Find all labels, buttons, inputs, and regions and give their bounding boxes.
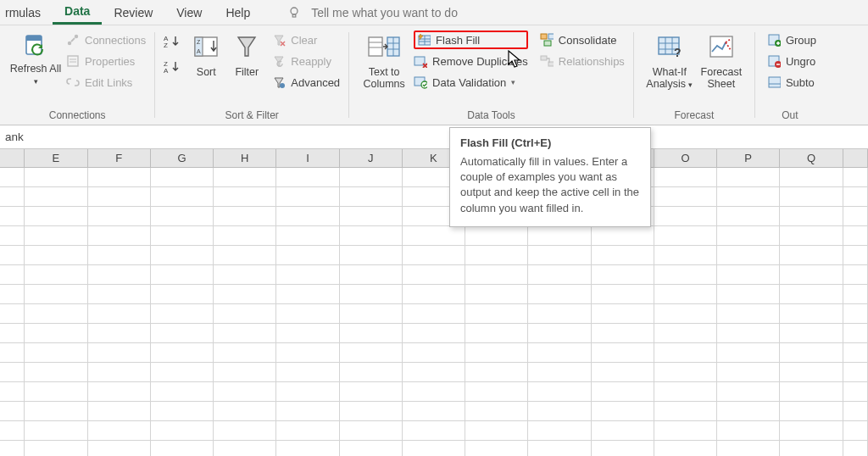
spreadsheet-grid[interactable]	[0, 168, 868, 456]
cell[interactable]	[25, 207, 87, 226]
cell[interactable]	[528, 285, 591, 304]
cell[interactable]	[717, 285, 780, 304]
cell[interactable]	[528, 324, 591, 343]
cell[interactable]	[340, 187, 403, 207]
cell[interactable]	[843, 304, 868, 324]
cell[interactable]	[25, 421, 87, 441]
cell[interactable]	[0, 246, 25, 265]
col-header[interactable]: O	[654, 149, 717, 167]
cell[interactable]	[592, 363, 654, 382]
cell[interactable]	[0, 421, 25, 441]
col-header[interactable]: F	[88, 149, 151, 167]
cell[interactable]	[340, 382, 403, 402]
flash-fill-button[interactable]: Flash Fill	[414, 31, 528, 49]
table-row[interactable]	[0, 246, 868, 265]
cell[interactable]	[276, 168, 339, 187]
cell[interactable]	[465, 343, 528, 363]
cell[interactable]	[214, 324, 276, 343]
table-row[interactable]	[0, 285, 868, 304]
cell[interactable]	[465, 363, 528, 382]
cell[interactable]	[88, 441, 151, 456]
cell[interactable]	[528, 363, 591, 382]
cell[interactable]	[276, 207, 339, 226]
cell[interactable]	[654, 363, 717, 382]
cell[interactable]	[403, 304, 465, 324]
cell[interactable]	[151, 168, 214, 187]
cell[interactable]	[151, 187, 214, 207]
cell[interactable]	[528, 343, 591, 363]
cell[interactable]	[151, 207, 214, 226]
cell[interactable]	[717, 168, 780, 187]
cell[interactable]	[276, 402, 339, 421]
edit-links-button[interactable]: Edit Links	[66, 73, 146, 92]
cell[interactable]	[25, 382, 87, 402]
cell[interactable]	[717, 246, 780, 265]
table-row[interactable]	[0, 402, 868, 421]
cell[interactable]	[465, 402, 528, 421]
cell[interactable]	[88, 187, 151, 207]
forecast-sheet-button[interactable]: Forecast Sheet	[697, 31, 746, 91]
col-header[interactable]: E	[25, 149, 87, 167]
cell[interactable]	[528, 246, 591, 265]
cell[interactable]	[88, 421, 151, 441]
filter-button[interactable]: Filter	[226, 31, 267, 78]
table-row[interactable]	[0, 343, 868, 363]
cell[interactable]	[276, 421, 339, 441]
cell[interactable]	[843, 363, 868, 382]
cell[interactable]	[0, 187, 25, 207]
tell-me-search[interactable]: Tell me what you want to do	[287, 6, 458, 19]
cell[interactable]	[528, 382, 591, 402]
cell[interactable]	[214, 285, 276, 304]
col-header[interactable]: P	[717, 149, 780, 167]
refresh-all-button[interactable]: Refresh All ▾	[8, 31, 63, 87]
cell[interactable]	[780, 226, 843, 246]
cell[interactable]	[465, 246, 528, 265]
sort-asc-button[interactable]: AZ	[164, 34, 181, 51]
cell[interactable]	[528, 265, 591, 285]
cell[interactable]	[0, 285, 25, 304]
cell[interactable]	[151, 382, 214, 402]
cell[interactable]	[276, 285, 339, 304]
cell[interactable]	[843, 441, 868, 456]
cell[interactable]	[843, 226, 868, 246]
cell[interactable]	[592, 285, 654, 304]
cell[interactable]	[592, 382, 654, 402]
cell[interactable]	[0, 168, 25, 187]
cell[interactable]	[780, 246, 843, 265]
cell[interactable]	[340, 226, 403, 246]
table-row[interactable]	[0, 363, 868, 382]
data-validation-button[interactable]: Data Validation ▾	[414, 73, 528, 92]
cell[interactable]	[0, 382, 25, 402]
cell[interactable]	[0, 441, 25, 456]
table-row[interactable]	[0, 226, 868, 246]
cell[interactable]	[592, 402, 654, 421]
cell[interactable]	[843, 187, 868, 207]
cell[interactable]	[843, 246, 868, 265]
cell[interactable]	[214, 382, 276, 402]
table-row[interactable]	[0, 207, 868, 226]
cell[interactable]	[88, 324, 151, 343]
cell[interactable]	[214, 187, 276, 207]
cell[interactable]	[25, 226, 87, 246]
table-row[interactable]	[0, 168, 868, 187]
cell[interactable]	[25, 363, 87, 382]
cell[interactable]	[276, 187, 339, 207]
cell[interactable]	[151, 285, 214, 304]
properties-button[interactable]: Properties	[66, 52, 146, 70]
cell[interactable]	[214, 207, 276, 226]
cell[interactable]	[25, 343, 87, 363]
cell[interactable]	[0, 226, 25, 246]
clear-filter-button[interactable]: Clear	[272, 31, 340, 49]
cell[interactable]	[717, 343, 780, 363]
sort-button[interactable]: ZA Sort	[186, 31, 226, 78]
cell[interactable]	[403, 246, 465, 265]
cell[interactable]	[0, 343, 25, 363]
cell[interactable]	[654, 265, 717, 285]
formula-bar[interactable]: ank	[0, 125, 868, 149]
cell[interactable]	[843, 343, 868, 363]
cell[interactable]	[843, 207, 868, 226]
relationships-button[interactable]: Relationships	[540, 52, 625, 70]
cell[interactable]	[88, 207, 151, 226]
cell[interactable]	[780, 304, 843, 324]
cell[interactable]	[214, 363, 276, 382]
